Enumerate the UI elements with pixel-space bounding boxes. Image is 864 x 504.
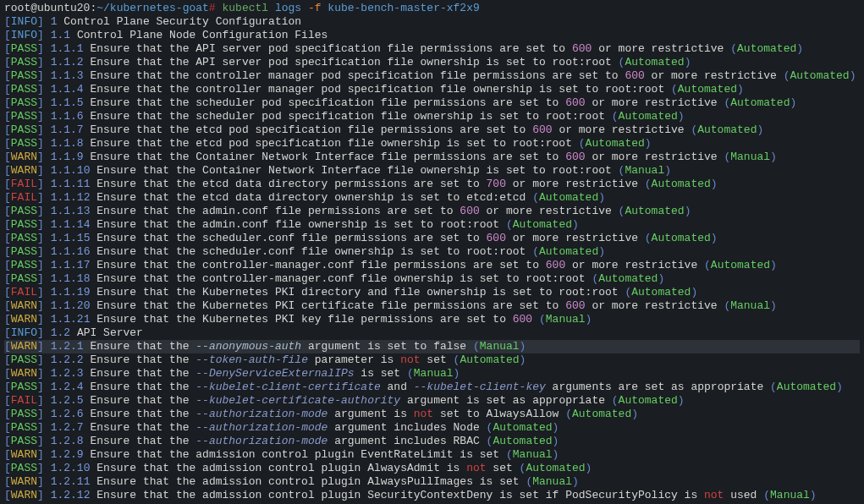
log-mode: Automated: [652, 232, 711, 244]
log-level: PASS: [11, 408, 37, 420]
paren: ): [770, 259, 777, 271]
log-line: [PASS] 1.2.10 Ensure that the admission …: [4, 462, 860, 475]
log-text: Ensure that the Kubernetes PKI directory…: [96, 286, 625, 299]
option-flag: --kubelet-client-certificate: [195, 381, 380, 393]
log-level: INFO: [11, 15, 37, 28]
log-text: argument includes Node: [327, 421, 486, 434]
log-text: argument is set to false: [301, 340, 473, 353]
log-level: WARN: [11, 367, 37, 380]
log-line: [WARN] 1.1.9 Ensure that the Container N…: [4, 151, 860, 164]
paren: ): [520, 340, 526, 353]
bracket-close: ]: [37, 232, 44, 244]
log-level: PASS: [11, 232, 37, 244]
bracket-close: ]: [37, 151, 44, 163]
log-line: [PASS] 1.1.4 Ensure that the controller …: [4, 83, 860, 96]
paren: ): [810, 489, 817, 501]
log-line: [PASS] 1.1.5 Ensure that the scheduler p…: [4, 96, 860, 110]
bracket-open: [: [4, 475, 11, 488]
section-number: 1.1.14: [51, 218, 91, 231]
log-text: Ensure that the Container Network Interf…: [96, 164, 618, 177]
log-line: [FAIL] 1.2.5 Ensure that the --kubelet-c…: [4, 394, 860, 408]
bracket-open: [: [4, 151, 11, 163]
bracket-open: [: [4, 462, 11, 474]
prompt-line[interactable]: root@ubuntu20:~/kubernetes-goat# kubectl…: [4, 2, 860, 15]
log-mode: Automated: [526, 462, 585, 474]
bracket-open: [: [4, 408, 11, 420]
log-line: [PASS] 1.1.7 Ensure that the etcd pod sp…: [4, 123, 860, 137]
log-line: [PASS] 1.1.18 Ensure that the controller…: [4, 272, 860, 286]
log-level: PASS: [11, 42, 37, 55]
log-mode: Manual: [532, 475, 572, 488]
log-line: [PASS] 1.1.8 Ensure that the etcd pod sp…: [4, 137, 860, 151]
log-level: PASS: [11, 96, 37, 109]
section-number: 1.2.2: [51, 353, 84, 366]
log-text: or more restrictive: [553, 123, 691, 136]
bracket-open: [: [4, 326, 11, 339]
section-number: 1.2.1: [51, 340, 84, 353]
bracket-open: [: [4, 191, 11, 204]
paren: ): [520, 353, 526, 366]
paren: (: [730, 42, 737, 55]
log-level: PASS: [11, 435, 37, 447]
log-mode: Automated: [652, 178, 711, 190]
bracket-close: ]: [37, 299, 44, 312]
log-text: Ensure that the scheduler pod specificat…: [90, 96, 565, 109]
bracket-close: ]: [37, 286, 44, 299]
bracket-open: [: [4, 381, 11, 393]
log-text: Ensure that the scheduler pod specificat…: [90, 110, 611, 123]
paren: (: [704, 259, 711, 271]
log-text: Ensure that the admin.conf file ownershi…: [96, 218, 506, 231]
log-text: Ensure that the controller manager pod s…: [90, 83, 671, 96]
section-number: 1.1.8: [51, 137, 84, 150]
log-mode: Automated: [737, 42, 796, 55]
log-mode: Automated: [493, 421, 552, 434]
log-text: Ensure that the: [90, 435, 195, 447]
bracket-open: [: [4, 272, 11, 285]
paren: (: [579, 137, 586, 150]
section-number: 1.1.1: [51, 42, 84, 55]
log-text: Ensure that the: [90, 367, 195, 380]
log-text: Ensure that the: [90, 421, 195, 434]
log-text: set to AlwaysAllow: [433, 408, 565, 420]
section-number: 1.2.9: [51, 448, 84, 461]
log-level: FAIL: [11, 178, 37, 190]
bracket-open: [: [4, 123, 11, 136]
log-line: [INFO] 1.2 API Server: [4, 326, 860, 340]
option-flag: --kubelet-certificate-authority: [195, 394, 400, 407]
log-text: Ensure that the etcd data directory perm…: [96, 178, 486, 190]
log-level: WARN: [11, 164, 37, 177]
log-level: PASS: [11, 462, 37, 474]
log-level: PASS: [11, 381, 37, 393]
section-number: 1.2: [51, 326, 70, 339]
bracket-close: ]: [37, 123, 44, 136]
bracket-close: ]: [37, 178, 44, 190]
log-line: [PASS] 1.1.2 Ensure that the API server …: [4, 56, 860, 69]
section-number: 1.1.2: [51, 56, 84, 68]
bracket-close: ]: [37, 394, 44, 407]
log-text: used: [724, 489, 763, 501]
log-line: [INFO] 1 Control Plane Security Configur…: [4, 15, 860, 29]
log-mode: Automated: [539, 245, 598, 258]
log-line: [PASS] 1.1.17 Ensure that the controller…: [4, 259, 860, 272]
log-number: 600: [565, 151, 585, 163]
log-text: set: [487, 462, 520, 474]
section-number: 1.1.7: [51, 123, 84, 136]
log-text: argument includes RBAC: [327, 435, 486, 447]
bracket-open: [: [4, 245, 11, 258]
log-mode: Manual: [414, 367, 454, 380]
log-number: 600: [460, 205, 479, 217]
log-text: or more restrictive: [586, 151, 724, 163]
bracket-close: ]: [37, 489, 44, 501]
log-text: Ensure that the admission control plugin…: [96, 489, 704, 501]
log-line: [WARN] 1.1.20 Ensure that the Kubernetes…: [4, 299, 860, 313]
bracket-open: [: [4, 29, 11, 41]
log-mode: Automated: [572, 408, 631, 420]
log-line: [FAIL] 1.1.11 Ensure that the etcd data …: [4, 178, 860, 191]
log-mode: Automated: [586, 137, 645, 150]
bracket-open: [: [4, 340, 11, 353]
paren: ): [691, 286, 697, 299]
section-number: 1.1.13: [51, 205, 91, 217]
paren: (: [645, 232, 652, 244]
log-level: PASS: [11, 83, 37, 96]
paren: ): [790, 96, 796, 109]
